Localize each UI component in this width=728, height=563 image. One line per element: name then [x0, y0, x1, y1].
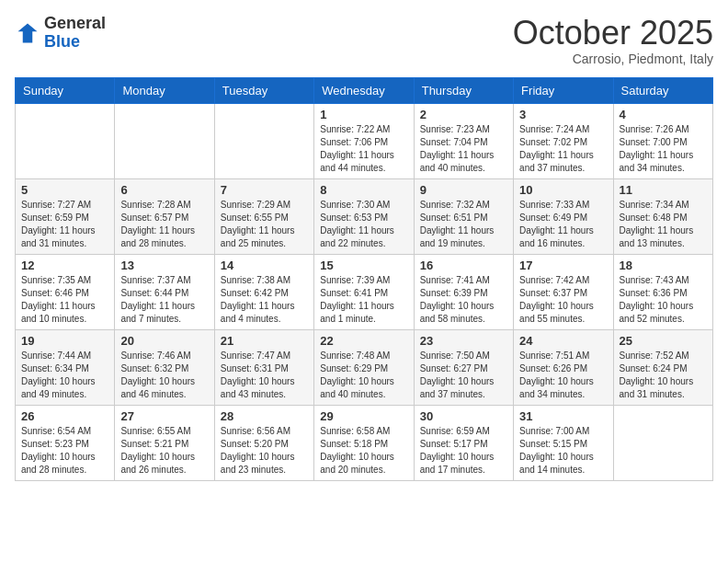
- day-number: 24: [519, 334, 607, 348]
- day-number: 8: [320, 183, 407, 197]
- day-info: Sunrise: 7:32 AMSunset: 6:51 PMDaylight:…: [420, 199, 507, 250]
- day-info: Sunrise: 7:00 AMSunset: 5:15 PMDaylight:…: [519, 425, 607, 477]
- day-number: 9: [420, 183, 507, 197]
- calendar-cell: 24Sunrise: 7:51 AMSunset: 6:26 PMDayligh…: [514, 329, 613, 405]
- day-number: 22: [320, 334, 407, 348]
- day-info: Sunrise: 7:22 AMSunset: 7:06 PMDaylight:…: [320, 123, 407, 175]
- logo-text: General Blue: [44, 15, 106, 52]
- week-row-5: 26Sunrise: 6:54 AMSunset: 5:23 PMDayligh…: [16, 405, 713, 480]
- day-info: Sunrise: 7:34 AMSunset: 6:48 PMDaylight:…: [620, 199, 707, 250]
- week-row-4: 19Sunrise: 7:44 AMSunset: 6:34 PMDayligh…: [16, 329, 713, 405]
- weekday-header-monday: Monday: [115, 77, 214, 103]
- calendar-cell: 16Sunrise: 7:41 AMSunset: 6:39 PMDayligh…: [414, 254, 513, 329]
- day-number: 18: [620, 259, 707, 272]
- calendar-cell: 12Sunrise: 7:35 AMSunset: 6:46 PMDayligh…: [16, 254, 115, 329]
- day-info: Sunrise: 7:26 AMSunset: 7:00 PMDaylight:…: [620, 123, 707, 175]
- calendar-cell: 27Sunrise: 6:55 AMSunset: 5:21 PMDayligh…: [115, 405, 214, 480]
- calendar-cell: 3Sunrise: 7:24 AMSunset: 7:02 PMDaylight…: [514, 103, 613, 178]
- calendar-cell: [16, 103, 115, 178]
- day-number: 12: [21, 259, 108, 272]
- day-number: 16: [420, 259, 507, 272]
- day-number: 27: [120, 409, 208, 423]
- calendar-cell: 4Sunrise: 7:26 AMSunset: 7:00 PMDaylight…: [613, 103, 712, 178]
- day-number: 17: [519, 259, 607, 272]
- day-number: 7: [221, 183, 308, 197]
- day-info: Sunrise: 7:28 AMSunset: 6:57 PMDaylight:…: [120, 199, 208, 250]
- weekday-header-row: SundayMondayTuesdayWednesdayThursdayFrid…: [16, 77, 713, 103]
- calendar-cell: 25Sunrise: 7:52 AMSunset: 6:24 PMDayligh…: [613, 329, 712, 405]
- calendar-cell: 8Sunrise: 7:30 AMSunset: 6:53 PMDaylight…: [314, 178, 414, 254]
- page-header: General Blue October 2025 Carrosio, Pied…: [15, 15, 713, 66]
- day-info: Sunrise: 7:27 AMSunset: 6:59 PMDaylight:…: [21, 199, 108, 250]
- logo-icon: [15, 20, 40, 46]
- day-number: 25: [620, 334, 707, 348]
- calendar-cell: [115, 103, 214, 178]
- calendar-cell: [214, 103, 313, 178]
- calendar-cell: 11Sunrise: 7:34 AMSunset: 6:48 PMDayligh…: [613, 178, 712, 254]
- calendar-cell: 2Sunrise: 7:23 AMSunset: 7:04 PMDaylight…: [414, 103, 513, 178]
- day-info: Sunrise: 7:44 AMSunset: 6:34 PMDaylight:…: [21, 350, 108, 401]
- day-info: Sunrise: 7:30 AMSunset: 6:53 PMDaylight:…: [320, 199, 407, 250]
- calendar-cell: 10Sunrise: 7:33 AMSunset: 6:49 PMDayligh…: [514, 178, 613, 254]
- day-info: Sunrise: 7:43 AMSunset: 6:36 PMDaylight:…: [620, 274, 707, 326]
- calendar-cell: 22Sunrise: 7:48 AMSunset: 6:29 PMDayligh…: [314, 329, 414, 405]
- weekday-header-thursday: Thursday: [414, 77, 513, 103]
- day-number: 19: [21, 334, 108, 348]
- day-info: Sunrise: 6:56 AMSunset: 5:20 PMDaylight:…: [221, 425, 308, 477]
- day-info: Sunrise: 6:59 AMSunset: 5:17 PMDaylight:…: [420, 425, 507, 477]
- day-number: 6: [120, 183, 208, 197]
- calendar-cell: 28Sunrise: 6:56 AMSunset: 5:20 PMDayligh…: [214, 405, 313, 480]
- calendar-cell: 23Sunrise: 7:50 AMSunset: 6:27 PMDayligh…: [414, 329, 513, 405]
- calendar-cell: 19Sunrise: 7:44 AMSunset: 6:34 PMDayligh…: [16, 329, 115, 405]
- calendar-cell: 7Sunrise: 7:29 AMSunset: 6:55 PMDaylight…: [214, 178, 313, 254]
- week-row-2: 5Sunrise: 7:27 AMSunset: 6:59 PMDaylight…: [16, 178, 713, 254]
- day-number: 30: [420, 409, 507, 423]
- calendar-cell: 30Sunrise: 6:59 AMSunset: 5:17 PMDayligh…: [414, 405, 513, 480]
- weekday-header-friday: Friday: [514, 77, 613, 103]
- calendar-cell: 26Sunrise: 6:54 AMSunset: 5:23 PMDayligh…: [16, 405, 115, 480]
- day-info: Sunrise: 7:47 AMSunset: 6:31 PMDaylight:…: [221, 350, 308, 401]
- calendar: SundayMondayTuesdayWednesdayThursdayFrid…: [15, 77, 713, 481]
- day-info: Sunrise: 6:54 AMSunset: 5:23 PMDaylight:…: [21, 425, 108, 477]
- day-info: Sunrise: 7:48 AMSunset: 6:29 PMDaylight:…: [320, 350, 407, 401]
- day-number: 2: [420, 108, 507, 121]
- day-number: 3: [519, 108, 607, 121]
- day-number: 28: [221, 409, 308, 423]
- calendar-cell: 21Sunrise: 7:47 AMSunset: 6:31 PMDayligh…: [214, 329, 313, 405]
- calendar-cell: 20Sunrise: 7:46 AMSunset: 6:32 PMDayligh…: [115, 329, 214, 405]
- day-info: Sunrise: 7:33 AMSunset: 6:49 PMDaylight:…: [519, 199, 607, 250]
- calendar-cell: 6Sunrise: 7:28 AMSunset: 6:57 PMDaylight…: [115, 178, 214, 254]
- calendar-cell: [613, 405, 712, 480]
- day-info: Sunrise: 7:24 AMSunset: 7:02 PMDaylight:…: [519, 123, 607, 175]
- weekday-header-sunday: Sunday: [16, 77, 115, 103]
- day-number: 1: [320, 108, 407, 121]
- day-info: Sunrise: 6:58 AMSunset: 5:18 PMDaylight:…: [320, 425, 407, 477]
- title-block: October 2025 Carrosio, Piedmont, Italy: [513, 15, 713, 66]
- day-number: 4: [620, 108, 707, 121]
- day-number: 21: [221, 334, 308, 348]
- day-number: 23: [420, 334, 507, 348]
- location: Carrosio, Piedmont, Italy: [513, 52, 713, 66]
- day-info: Sunrise: 7:52 AMSunset: 6:24 PMDaylight:…: [620, 350, 707, 401]
- weekday-header-tuesday: Tuesday: [214, 77, 313, 103]
- calendar-cell: 29Sunrise: 6:58 AMSunset: 5:18 PMDayligh…: [314, 405, 414, 480]
- day-info: Sunrise: 7:38 AMSunset: 6:42 PMDaylight:…: [221, 274, 308, 326]
- calendar-cell: 5Sunrise: 7:27 AMSunset: 6:59 PMDaylight…: [16, 178, 115, 254]
- day-info: Sunrise: 7:50 AMSunset: 6:27 PMDaylight:…: [420, 350, 507, 401]
- calendar-cell: 9Sunrise: 7:32 AMSunset: 6:51 PMDaylight…: [414, 178, 513, 254]
- logo: General Blue: [15, 15, 106, 52]
- day-info: Sunrise: 7:42 AMSunset: 6:37 PMDaylight:…: [519, 274, 607, 326]
- day-info: Sunrise: 7:35 AMSunset: 6:46 PMDaylight:…: [21, 274, 108, 326]
- day-number: 20: [120, 334, 208, 348]
- day-number: 5: [21, 183, 108, 197]
- logo-blue: Blue: [44, 32, 80, 51]
- calendar-cell: 13Sunrise: 7:37 AMSunset: 6:44 PMDayligh…: [115, 254, 214, 329]
- day-info: Sunrise: 7:29 AMSunset: 6:55 PMDaylight:…: [221, 199, 308, 250]
- calendar-cell: 17Sunrise: 7:42 AMSunset: 6:37 PMDayligh…: [514, 254, 613, 329]
- day-info: Sunrise: 7:41 AMSunset: 6:39 PMDaylight:…: [420, 274, 507, 326]
- day-info: Sunrise: 7:23 AMSunset: 7:04 PMDaylight:…: [420, 123, 507, 175]
- day-number: 15: [320, 259, 407, 272]
- calendar-cell: 31Sunrise: 7:00 AMSunset: 5:15 PMDayligh…: [514, 405, 613, 480]
- calendar-cell: 15Sunrise: 7:39 AMSunset: 6:41 PMDayligh…: [314, 254, 414, 329]
- week-row-3: 12Sunrise: 7:35 AMSunset: 6:46 PMDayligh…: [16, 254, 713, 329]
